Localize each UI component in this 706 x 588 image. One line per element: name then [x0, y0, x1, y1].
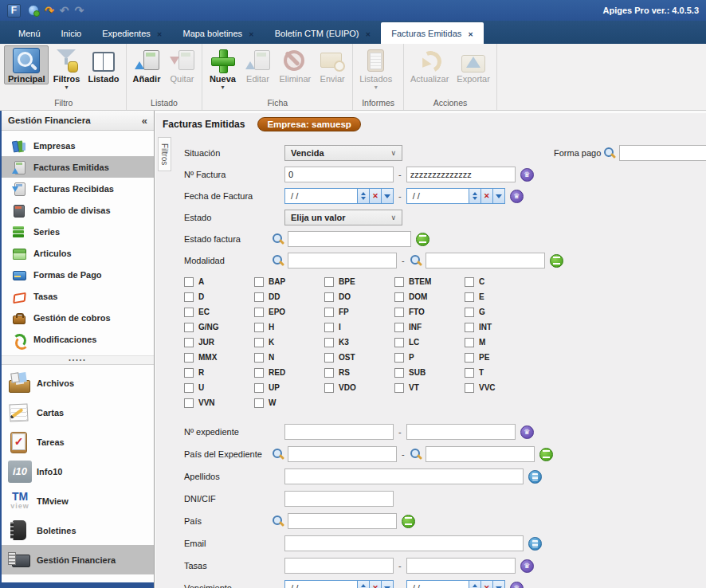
- sidebar-item-series[interactable]: Series: [2, 221, 154, 242]
- sidebar-item-cartas[interactable]: Cartas: [2, 398, 154, 427]
- date-dropdown-icon[interactable]: [492, 581, 504, 588]
- modalidad-checkbox[interactable]: EPO: [254, 304, 324, 319]
- sidebar-item-tasas[interactable]: Tasas: [2, 285, 154, 307]
- date-clear-icon[interactable]: [480, 581, 492, 588]
- modalidad-checkbox[interactable]: VVN: [184, 395, 254, 410]
- search-icon[interactable]: [603, 147, 616, 159]
- modalidad-checkbox[interactable]: BTEM: [394, 274, 465, 289]
- anadir-button[interactable]: Añadir: [129, 45, 165, 84]
- wildcard-button[interactable]: [520, 425, 534, 439]
- sidebar-item-empresas[interactable]: Empresas: [2, 135, 154, 156]
- text-options-button[interactable]: [528, 470, 542, 484]
- search-icon[interactable]: [272, 515, 284, 527]
- collapse-sidebar-icon[interactable]: «: [142, 115, 147, 127]
- listado-button[interactable]: Listado: [84, 45, 123, 84]
- wildcard-button[interactable]: [520, 559, 534, 573]
- sidebar-splitter-handle[interactable]: •••••: [2, 355, 154, 365]
- sync-globe-icon[interactable]: [28, 5, 39, 16]
- tab-menu[interactable]: Menú: [8, 23, 51, 44]
- modalidad-checkbox[interactable]: G: [465, 304, 535, 319]
- principal-button[interactable]: Principal: [4, 45, 49, 84]
- search-icon[interactable]: [410, 254, 422, 267]
- date-spinner-icon[interactable]: [469, 581, 480, 588]
- actualizar-button[interactable]: Actualizar: [406, 45, 453, 84]
- modalidad-checkbox[interactable]: C: [465, 274, 535, 289]
- modalidad-checkbox[interactable]: JUR: [184, 335, 254, 350]
- wildcard-button[interactable]: [510, 190, 524, 203]
- eliminar-button[interactable]: Eliminar: [275, 45, 315, 84]
- fecha-factura-to-input[interactable]: [407, 189, 469, 203]
- n-expediente-from-input[interactable]: [284, 424, 394, 440]
- modalidad-checkbox[interactable]: RS: [324, 365, 394, 380]
- wildcard-button[interactable]: [510, 582, 524, 588]
- modalidad-checkbox[interactable]: OST: [324, 350, 394, 365]
- tab-mapa-boletines[interactable]: Mapa boletines: [172, 23, 264, 44]
- dni-cif-input[interactable]: [284, 491, 394, 507]
- modalidad-checkbox[interactable]: DOM: [394, 289, 465, 304]
- date-clear-icon[interactable]: [480, 189, 492, 203]
- tab-close-icon[interactable]: [249, 29, 254, 38]
- modalidad-checkbox[interactable]: PE: [465, 350, 535, 365]
- modalidad-checkbox[interactable]: K: [254, 335, 324, 350]
- modalidad-checkbox[interactable]: BPE: [324, 274, 394, 289]
- select-list-button[interactable]: [416, 233, 429, 246]
- exportar-button[interactable]: Exportar: [453, 45, 494, 84]
- date-spinner-icon[interactable]: [357, 189, 369, 203]
- modalidad-checkbox[interactable]: DO: [324, 289, 394, 304]
- tasas-to-input[interactable]: [406, 558, 516, 574]
- sidebar-item-archivos[interactable]: Archivos: [2, 368, 154, 398]
- modalidad-checkbox[interactable]: E: [465, 289, 535, 304]
- search-icon[interactable]: [272, 233, 284, 245]
- modalidad-checkbox[interactable]: EC: [184, 304, 254, 319]
- tab-close-icon[interactable]: [366, 29, 371, 38]
- filtros-button[interactable]: Filtros: [49, 45, 84, 90]
- tab-inicio[interactable]: Inicio: [51, 23, 92, 44]
- modalidad-from-input[interactable]: [288, 253, 397, 269]
- quitar-button[interactable]: Quitar: [164, 45, 199, 84]
- date-spinner-icon[interactable]: [469, 189, 480, 203]
- tab-expedientes[interactable]: Expedientes: [92, 23, 172, 44]
- modalidad-checkbox[interactable]: N: [254, 350, 324, 365]
- nueva-button[interactable]: Nueva: [205, 45, 240, 90]
- n-expediente-to-input[interactable]: [406, 424, 516, 440]
- sidebar-item-cambio-de-divisas[interactable]: Cambio de divisas: [2, 199, 154, 221]
- pais-expediente-to-input[interactable]: [426, 446, 535, 462]
- modalidad-checkbox[interactable]: I: [324, 319, 394, 335]
- date-clear-icon[interactable]: [369, 581, 381, 588]
- modalidad-checkbox[interactable]: SUB: [394, 365, 465, 380]
- date-dropdown-icon[interactable]: [381, 189, 393, 203]
- modalidad-checkbox[interactable]: FP: [324, 304, 394, 319]
- modalidad-checkbox[interactable]: K3: [324, 335, 394, 350]
- sidebar-item-gestion-financiera[interactable]: Gestión Financiera: [2, 545, 154, 574]
- modalidad-checkbox[interactable]: FTO: [394, 304, 465, 319]
- modalidad-checkbox[interactable]: VT: [394, 380, 465, 395]
- modalidad-to-input[interactable]: [426, 253, 545, 269]
- undo-icon[interactable]: ↷: [45, 5, 54, 16]
- sidebar-item-info10[interactable]: i10 Info10: [2, 457, 154, 486]
- modalidad-checkbox[interactable]: VVC: [465, 380, 535, 395]
- modalidad-checkbox[interactable]: M: [465, 335, 535, 350]
- wildcard-button[interactable]: [520, 168, 534, 182]
- pais-expediente-from-input[interactable]: [288, 446, 397, 462]
- tab-facturas-emitidas[interactable]: Facturas Emitidas: [381, 22, 484, 44]
- modalidad-checkbox[interactable]: R: [184, 365, 254, 380]
- search-icon[interactable]: [272, 448, 284, 461]
- modalidad-checkbox[interactable]: H: [254, 319, 324, 335]
- modalidad-checkbox[interactable]: D: [184, 289, 254, 304]
- tab-close-icon[interactable]: [468, 29, 473, 38]
- modalidad-checkbox[interactable]: W: [254, 395, 324, 410]
- modalidad-checkbox[interactable]: MMX: [184, 350, 254, 365]
- sidebar-item-tareas[interactable]: Tareas: [2, 427, 154, 457]
- fecha-factura-from-input[interactable]: [285, 189, 357, 203]
- estado-select[interactable]: Elija un valor ∨: [284, 210, 402, 225]
- editar-button[interactable]: Editar: [240, 45, 275, 84]
- vencimiento-from-input[interactable]: [285, 581, 357, 588]
- tab-boletin-ctm-euipo[interactable]: Boletín CTM (EUIPO): [265, 23, 381, 44]
- sidebar-item-tmview[interactable]: TMview TMview: [2, 486, 154, 515]
- modalidad-checkbox[interactable]: U: [184, 380, 254, 395]
- text-options-button[interactable]: [528, 537, 542, 551]
- date-dropdown-icon[interactable]: [381, 581, 393, 588]
- sidebar-item-formas-de-pago[interactable]: Formas de Pago: [2, 264, 154, 285]
- tasas-from-input[interactable]: [284, 558, 394, 574]
- date-clear-icon[interactable]: [369, 189, 381, 203]
